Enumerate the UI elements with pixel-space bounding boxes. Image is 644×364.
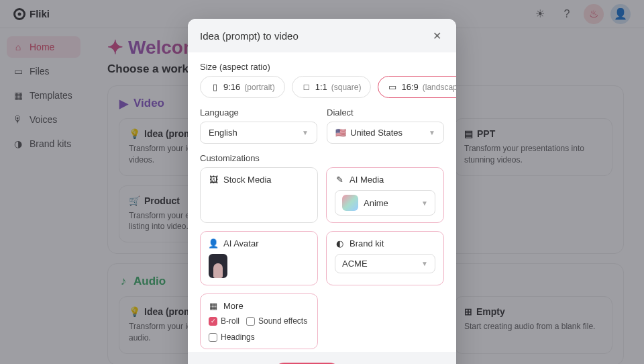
- modal-header: Idea (prompt) to video ✕: [188, 19, 456, 52]
- chevron-down-icon: ▼: [302, 129, 309, 136]
- ratio-square[interactable]: □1:1(square): [292, 76, 372, 98]
- brand-kit-select[interactable]: ACME▼: [335, 254, 435, 273]
- checkbox-checked-icon: ✓: [209, 317, 217, 326]
- aspect-ratio-group: ▯9:16(portrait) □1:1(square) ▭16:9(lands…: [200, 76, 444, 98]
- broll-checkbox[interactable]: ✓B-roll: [209, 316, 239, 326]
- close-icon: ✕: [433, 30, 441, 42]
- ai-avatar-option[interactable]: 👤AI Avatar: [200, 231, 318, 285]
- sound-effects-checkbox[interactable]: Sound effects: [246, 316, 307, 326]
- headings-checkbox[interactable]: Headings: [209, 332, 309, 342]
- chevron-down-icon: ▼: [421, 199, 428, 207]
- portrait-icon: ▯: [210, 83, 219, 92]
- globe-icon: ◐: [335, 239, 344, 248]
- chevron-down-icon: ▼: [429, 129, 435, 136]
- dialect-label: Dialect: [327, 107, 444, 118]
- landscape-icon: ▭: [388, 83, 397, 92]
- brand-kit-option[interactable]: ◐Brand kit ACME▼: [326, 231, 444, 285]
- ai-media-icon: ✎: [335, 175, 344, 185]
- stock-media-option[interactable]: 🖼Stock Media: [200, 167, 318, 223]
- ai-media-option[interactable]: ✎AI Media Anime▼: [326, 167, 444, 223]
- ratio-portrait[interactable]: ▯9:16(portrait): [200, 76, 285, 98]
- dialect-select[interactable]: 🇺🇸United States▼: [327, 122, 444, 144]
- ratio-landscape[interactable]: ▭16:9(landscape): [378, 76, 456, 98]
- language-select[interactable]: English▼: [200, 122, 317, 144]
- modal-title: Idea (prompt) to video: [200, 30, 299, 42]
- chevron-down-icon: ▼: [421, 260, 428, 267]
- modal-overlay[interactable]: Idea (prompt) to video ✕ Size (aspect ra…: [0, 0, 644, 364]
- avatar-icon: 👤: [209, 239, 218, 248]
- checkbox-icon: [246, 317, 255, 326]
- flag-icon: 🇺🇸: [335, 128, 346, 138]
- stock-media-icon: 🖼: [209, 175, 218, 185]
- avatar-preview[interactable]: [209, 254, 227, 278]
- close-button[interactable]: ✕: [429, 28, 444, 43]
- checkbox-icon: [209, 333, 217, 342]
- language-label: Language: [200, 107, 317, 118]
- idea-to-video-modal: Idea (prompt) to video ✕ Size (aspect ra…: [188, 19, 456, 364]
- ai-media-style-select[interactable]: Anime▼: [335, 190, 435, 216]
- more-option[interactable]: ▦More ✓B-roll Sound effects Headings: [200, 293, 318, 349]
- modal-footer: ✓Submit Back: [188, 352, 456, 364]
- size-label: Size (aspect ratio): [200, 62, 444, 72]
- customizations-label: Customizations: [200, 153, 444, 163]
- square-icon: □: [302, 83, 311, 92]
- grid-icon: ▦: [209, 302, 218, 311]
- anime-thumb-icon: [342, 195, 358, 211]
